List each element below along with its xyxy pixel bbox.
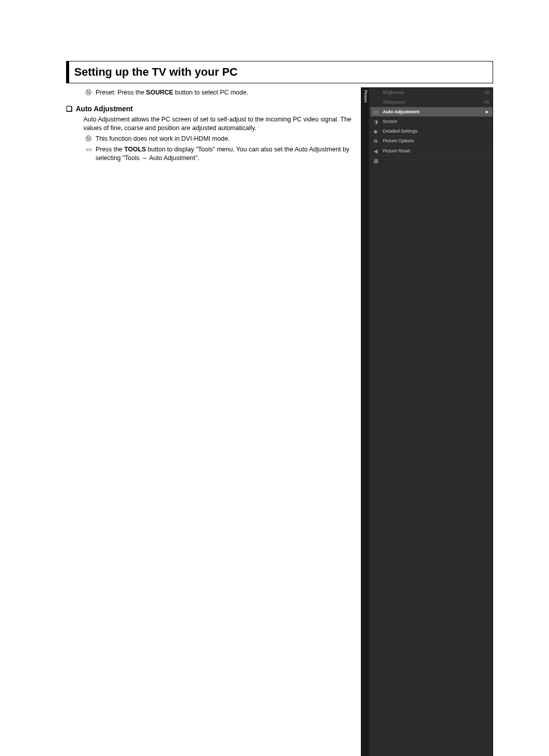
osd-row-icon: ▭ [374,109,378,116]
section1-text: Preset: Press the SOURCE button to selec… [66,86,352,163]
osd-value: ► [485,109,490,115]
osd-row: Sharpness: 50 [371,98,493,107]
osd-label: Sharpness [383,99,405,105]
osd-tab: Picture [361,88,369,756]
osd-label: Brightness [383,89,405,96]
sub-auto-adjustment: ❏Auto Adjustment [66,104,352,114]
osd-label: Detailed Settings [383,128,417,134]
osd-row-icon: ✿ [374,138,378,145]
note-icon [83,135,94,143]
osd-row: ◀Picture Reset [371,146,493,156]
osd-row-icon: ▦ [374,158,378,165]
heading-setting-up: Setting up the TV with your PC [66,61,493,83]
osd-row: ◆Detailed Settings [371,127,493,136]
osd-label: Picture Reset [383,148,410,154]
auto-tool: Press the TOOLS button to display "Tools… [96,145,352,163]
osd-row: Brightness: 45 [371,88,493,98]
osd-row: ◑Screen [371,117,493,127]
auto-note: This function does not work in DVI-HDMI … [96,135,352,143]
osd-value: : 45 [482,89,490,96]
t: button to select PC mode. [173,89,248,96]
osd-label: Auto Adjustment [383,109,419,115]
note-icon [83,88,94,97]
osd-row-icon: ◑ [374,118,378,125]
t: Preset: Press the [96,89,146,96]
osd-value: : 50 [482,99,490,105]
osd-row: ✿Picture Options [371,136,493,146]
osd-row: ▦ [371,156,493,160]
osd-row: ▭Auto Adjustment► [371,107,493,117]
osd-label: Picture Options [383,138,414,144]
tool-icon [83,145,94,163]
tools-bold: TOOLS [124,146,146,153]
t: Press the [96,146,124,153]
osd-body: Brightness: 45Sharpness: 50▭Auto Adjustm… [371,88,493,160]
osd-picture: Picture Brightness: 45Sharpness: 50▭Auto… [361,87,493,756]
checkbox-icon: ❏ [66,105,73,113]
osd-label: Screen [383,118,398,124]
preset-line: Preset: Press the SOURCE button to selec… [96,88,352,97]
auto-body: Auto Adjustment allows the PC screen of … [66,115,352,133]
osd-row-icon: ◆ [374,128,378,135]
source-bold: SOURCE [146,89,173,96]
t: Auto Adjustment [76,105,133,113]
osd-row-icon: ◀ [374,148,378,155]
